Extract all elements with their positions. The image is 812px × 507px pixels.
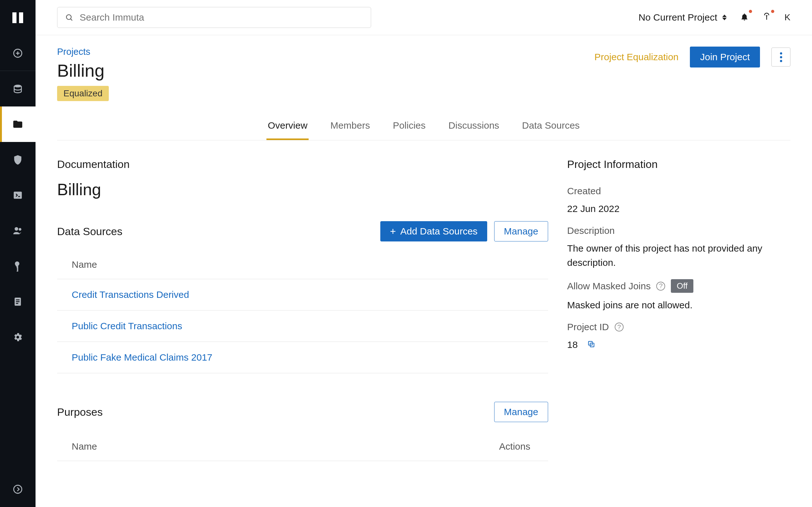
bell-icon	[740, 12, 749, 21]
plus-icon: +	[390, 226, 396, 236]
purposes-section: Purposes Manage Name Actions	[57, 402, 548, 461]
add-data-sources-button[interactable]: + Add Data Sources	[380, 221, 487, 241]
sidebar-item-people[interactable]	[0, 213, 36, 248]
content-left: Documentation Billing Data Sources + Add…	[57, 158, 548, 461]
masked-joins-label: Allow Masked Joins	[567, 281, 651, 291]
table-row: Public Credit Transactions	[57, 311, 548, 342]
topbar: No Current Project K	[36, 0, 812, 35]
join-project-button[interactable]: Join Project	[690, 47, 760, 67]
documentation-heading: Documentation	[57, 158, 548, 170]
dots-vertical-icon	[780, 52, 782, 62]
topbar-right: No Current Project K	[639, 12, 791, 23]
sidebar-add-button[interactable]	[0, 36, 36, 71]
tabs: Overview Members Policies Discussions Da…	[57, 115, 791, 140]
help-icon[interactable]: ?	[615, 323, 623, 331]
svg-line-13	[71, 19, 72, 20]
sidebar-item-security[interactable]	[0, 142, 36, 177]
sidebar-item-console[interactable]	[0, 177, 36, 213]
purposes-col-actions: Actions	[499, 441, 530, 452]
created-label: Created	[567, 186, 791, 196]
purposes-heading: Purposes	[57, 406, 103, 418]
sidebar-item-reports[interactable]	[0, 284, 36, 320]
sidebar-item-projects[interactable]	[0, 107, 36, 142]
svg-point-3	[14, 84, 21, 88]
activity-button[interactable]	[762, 12, 771, 22]
notification-dot	[749, 10, 752, 13]
search-input[interactable]	[57, 7, 371, 28]
purposes-table-header: Name Actions	[57, 432, 548, 461]
project-id-label: Project ID	[567, 322, 609, 332]
sidebar-item-keys[interactable]	[0, 248, 36, 284]
project-id-value: 18	[567, 337, 577, 352]
svg-rect-8	[16, 299, 19, 300]
project-equalization-link[interactable]: Project Equalization	[595, 52, 678, 62]
tab-members[interactable]: Members	[329, 115, 371, 140]
signal-icon	[762, 12, 771, 21]
activity-dot	[771, 10, 774, 13]
header-actions: Project Equalization Join Project	[595, 47, 791, 67]
data-source-link[interactable]: Public Fake Medical Claims 2017	[72, 352, 212, 362]
sidebar-item-expand[interactable]	[0, 471, 36, 507]
data-source-link[interactable]: Credit Transactions Derived	[72, 289, 189, 300]
description-value: The owner of this project has not provid…	[567, 241, 791, 270]
copy-icon	[587, 340, 595, 348]
svg-point-6	[19, 228, 21, 231]
content: Documentation Billing Data Sources + Add…	[36, 140, 812, 479]
copy-button[interactable]	[587, 340, 595, 349]
data-source-link[interactable]: Public Credit Transactions	[72, 321, 183, 331]
tab-overview[interactable]: Overview	[266, 115, 309, 140]
svg-point-5	[14, 227, 18, 231]
manage-purposes-button[interactable]: Manage	[494, 402, 548, 422]
project-selector-label: No Current Project	[639, 12, 717, 23]
logo[interactable]	[0, 0, 36, 36]
sidebar-item-data[interactable]	[0, 71, 36, 107]
notifications-button[interactable]	[740, 12, 749, 22]
page-header: Projects Billing Equalized Project Equal…	[36, 35, 812, 140]
svg-rect-10	[16, 303, 18, 304]
search-icon	[65, 13, 73, 21]
table-header-name: Name	[57, 250, 548, 279]
manage-data-sources-button[interactable]: Manage	[494, 221, 548, 241]
more-actions-button[interactable]	[771, 48, 791, 66]
tab-discussions[interactable]: Discussions	[447, 115, 501, 140]
breadcrumb[interactable]: Projects	[57, 47, 90, 57]
user-avatar[interactable]: K	[784, 12, 791, 22]
main: No Current Project K Projects Billing Eq…	[36, 0, 812, 507]
table-row: Public Fake Medical Claims 2017	[57, 342, 548, 373]
svg-rect-9	[16, 301, 19, 302]
masked-joins-toggle[interactable]: Off	[671, 279, 693, 293]
tab-policies[interactable]: Policies	[392, 115, 426, 140]
help-icon[interactable]: ?	[656, 282, 665, 291]
status-badge: Equalized	[57, 86, 109, 101]
page-title: Billing	[57, 60, 109, 81]
search-field[interactable]	[80, 12, 363, 23]
purposes-col-name: Name	[72, 441, 97, 452]
add-data-sources-label: Add Data Sources	[400, 226, 477, 237]
tab-data-sources[interactable]: Data Sources	[521, 115, 581, 140]
sort-icon	[722, 14, 727, 20]
sidebar	[0, 0, 36, 507]
created-value: 22 Jun 2022	[567, 202, 791, 216]
description-label: Description	[567, 225, 791, 236]
project-info-panel: Project Information Created 22 Jun 2022 …	[567, 158, 791, 461]
project-info-heading: Project Information	[567, 158, 791, 170]
table-row: Credit Transactions Derived	[57, 279, 548, 311]
masked-joins-value: Masked joins are not allowed.	[567, 298, 791, 312]
data-sources-header: Data Sources + Add Data Sources Manage	[57, 221, 548, 241]
project-selector[interactable]: No Current Project	[639, 12, 727, 23]
data-sources-heading: Data Sources	[57, 225, 122, 238]
data-sources-table: Name Credit Transactions Derived Public …	[57, 250, 548, 373]
svg-point-11	[14, 485, 22, 493]
svg-point-12	[66, 14, 71, 19]
sidebar-item-settings[interactable]	[0, 320, 36, 355]
documentation-title: Billing	[57, 180, 548, 199]
